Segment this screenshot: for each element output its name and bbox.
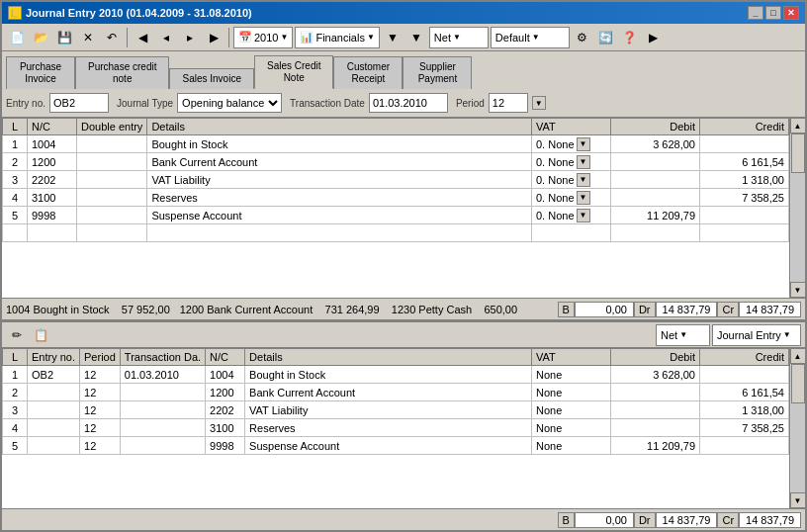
table-row[interactable]: 3 2202 VAT Liability 0. None ▼ 1 318,00: [3, 171, 789, 189]
vat-dropdown-btn[interactable]: ▼: [577, 173, 590, 187]
lower-cell-l: 1: [3, 366, 28, 384]
tab-supplier-payment[interactable]: SupplierPayment: [403, 56, 472, 89]
cell-debit: 3 628,00: [611, 135, 700, 153]
close-button[interactable]: ✕: [783, 6, 799, 20]
net-dropdown[interactable]: Net ▼: [429, 27, 489, 48]
lower-table-row[interactable]: 1 OB2 12 01.03.2010 1004 Bought in Stock…: [3, 366, 789, 384]
cell-details: VAT Liability: [147, 171, 532, 189]
vat-dropdown-btn[interactable]: ▼: [577, 191, 590, 205]
separator-2: [228, 28, 229, 47]
lower-scrollbar-down[interactable]: ▼: [790, 492, 806, 508]
tab-sales-credit[interactable]: Sales CreditNote: [254, 55, 333, 89]
vat-dropdown-btn[interactable]: ▼: [577, 137, 590, 151]
dr-label: Dr: [634, 302, 656, 317]
table-row[interactable]: 1 1004 Bought in Stock 0. None ▼ 3 628,0…: [3, 135, 789, 153]
entry-no-input[interactable]: [49, 93, 109, 113]
refresh-btn[interactable]: 🔄: [595, 27, 617, 48]
lower-cell-vat: None: [532, 366, 611, 384]
lower-scrollbar-thumb[interactable]: [791, 364, 805, 403]
lower-cell-entry: [28, 401, 80, 419]
period-input[interactable]: [489, 93, 528, 113]
tab-sales-invoice[interactable]: Sales Invoice: [169, 68, 253, 89]
lower-cell-credit: 7 358,25: [700, 419, 789, 437]
lower-table-row[interactable]: 3 12 2202 VAT Liability None 1 318,00: [3, 401, 789, 419]
open-button[interactable]: 📂: [30, 27, 51, 48]
lower-table-row[interactable]: 5 12 9998 Suspense Account None 11 209,7…: [3, 437, 789, 455]
cell-nc: 2202: [28, 171, 77, 189]
arrow-btn[interactable]: ▼: [405, 27, 427, 48]
scrollbar-down[interactable]: ▼: [790, 282, 806, 298]
window-title: Journal Entry 2010 (01.04.2009 - 31.08.2…: [26, 7, 252, 19]
title-bar-left: 📒 Journal Entry 2010 (01.04.2009 - 31.08…: [8, 6, 252, 20]
last-button[interactable]: ▶: [203, 27, 224, 48]
year-dropdown[interactable]: 📅 2010 ▼: [233, 27, 293, 48]
lower-cell-date: [120, 437, 205, 455]
lower-table-row[interactable]: 2 12 1200 Bank Current Account None 6 16…: [3, 384, 789, 401]
table-row-empty[interactable]: [3, 224, 789, 242]
dropdown-btn[interactable]: ▼: [382, 27, 404, 48]
lower-cell-credit: [700, 366, 789, 384]
lower-cell-period: 12: [80, 437, 121, 455]
title-bar: 📒 Journal Entry 2010 (01.04.2009 - 31.08…: [2, 2, 805, 24]
cell-details: Bank Current Account: [147, 153, 532, 171]
net-arrow: ▼: [453, 33, 461, 42]
lower-cell-credit: [700, 437, 789, 455]
lower-footer: B 0,00 Dr 14 837,79 Cr 14 837,79: [2, 508, 805, 530]
cell-nc: 3100: [28, 189, 77, 207]
journal-type-dropdown[interactable]: Opening balance: [177, 93, 282, 113]
cell-credit: 1 318,00: [700, 171, 789, 189]
minimize-button[interactable]: _: [748, 6, 763, 20]
dr-value: 14 837,79: [656, 302, 718, 317]
lower-cell-entry: [28, 437, 80, 455]
financials-label: Financials: [315, 32, 365, 44]
year-arrow: ▼: [280, 33, 288, 42]
scrollbar-thumb[interactable]: [791, 133, 805, 173]
vat-dropdown-btn[interactable]: ▼: [577, 155, 590, 169]
footer-item2-label: 1200 Bank Current Account: [180, 304, 314, 315]
prev-button[interactable]: ◂: [155, 27, 177, 48]
new-button[interactable]: 📄: [6, 27, 28, 48]
help-btn[interactable]: ❓: [619, 27, 641, 48]
default-dropdown[interactable]: Default ▼: [491, 27, 570, 48]
lower-col-credit: Credit: [700, 349, 789, 366]
more-btn[interactable]: ▶: [643, 27, 665, 48]
table-row[interactable]: 2 1200 Bank Current Account 0. None ▼ 6 …: [3, 153, 789, 171]
lower-scrollbar-up[interactable]: ▲: [790, 348, 806, 364]
financials-dropdown[interactable]: 📊 Financials ▼: [295, 27, 379, 48]
delete-button[interactable]: ✕: [77, 27, 99, 48]
tab-purchase-invoice[interactable]: PurchaseInvoice: [6, 56, 75, 89]
table-row[interactable]: 4 3100 Reserves 0. None ▼ 7 358,25: [3, 189, 789, 207]
lower-cell-credit: 6 161,54: [700, 384, 789, 401]
cell-credit: 6 161,54: [700, 153, 789, 171]
cell-nc: [28, 224, 77, 242]
table-row[interactable]: 5 9998 Suspense Account 0. None ▼ 11 209…: [3, 207, 789, 224]
main-content: L N/C Double entry Details VAT Debit Cre…: [2, 118, 805, 530]
lower-cell-details: Bought in Stock: [245, 366, 532, 384]
vat-dropdown-btn[interactable]: ▼: [577, 209, 590, 222]
lower-copy-btn[interactable]: 📋: [30, 324, 51, 346]
tab-customer-receipt[interactable]: CustomerReceipt: [333, 56, 403, 89]
lower-table-wrapper: L Entry no. Period Transaction Da. N/C D…: [2, 348, 805, 508]
lower-edit-btn[interactable]: ✏: [6, 324, 28, 346]
lower-cell-nc: 3100: [206, 419, 245, 437]
back-button[interactable]: ◀: [132, 27, 153, 48]
col-header-double: Double entry: [77, 119, 147, 135]
scrollbar-up[interactable]: ▲: [790, 118, 806, 133]
lower-table-row[interactable]: 4 12 3100 Reserves None 7 358,25: [3, 419, 789, 437]
transaction-date-input[interactable]: [369, 93, 448, 113]
next-button[interactable]: ▸: [179, 27, 201, 48]
lower-journal-arrow: ▼: [783, 330, 791, 339]
lower-journal-dropdown[interactable]: Journal Entry ▼: [712, 324, 801, 346]
settings-btn[interactable]: ⚙: [572, 27, 593, 48]
journal-type-select[interactable]: Opening balance: [178, 94, 281, 112]
lower-net-dropdown[interactable]: Net ▼: [656, 324, 710, 346]
undo-button[interactable]: ↶: [101, 27, 123, 48]
save-button[interactable]: 💾: [53, 27, 75, 48]
period-arrow[interactable]: ▼: [532, 96, 546, 110]
upper-footer-totals: B 0,00 Dr 14 837,79 Cr 14 837,79: [558, 302, 801, 317]
maximize-button[interactable]: □: [765, 6, 781, 20]
tab-purchase-credit[interactable]: Purchase creditnote: [75, 56, 169, 89]
upper-section: L N/C Double entry Details VAT Debit Cre…: [2, 118, 805, 322]
cell-l: 3: [3, 171, 28, 189]
lower-cell-vat: None: [532, 437, 611, 455]
